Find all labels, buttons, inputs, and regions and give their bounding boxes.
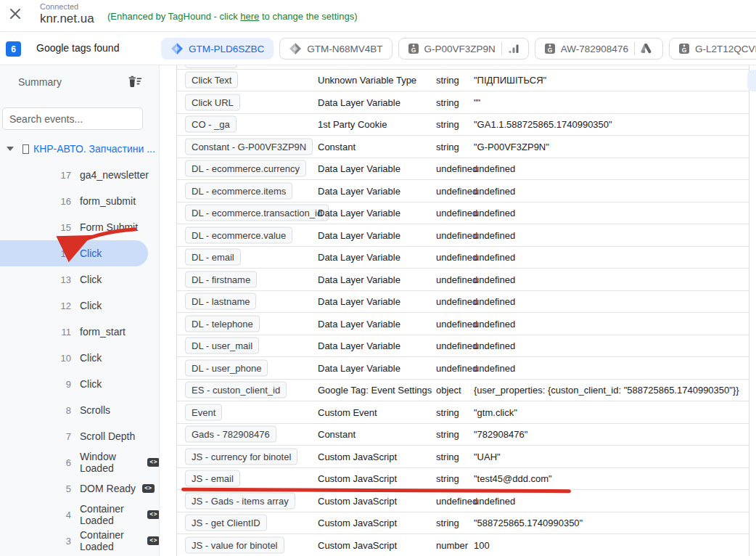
- code-icon: <>: [147, 510, 160, 519]
- variable-type: Custom JavaScript: [318, 473, 397, 484]
- table-row-dl-ecommerce-transaction-id[interactable]: DL - ecommerce.transaction_id Data Layer…: [177, 203, 749, 225]
- variable-type: Custom JavaScript: [318, 495, 397, 506]
- table-row-dl-user-mail[interactable]: DL - user_mail Data Layer Variable undef…: [177, 335, 749, 358]
- variable-data-type: undefined: [436, 340, 477, 351]
- event-number: 16: [0, 196, 71, 207]
- tag-chip-GTM-PLD6SZBC[interactable]: G GTM-PLD6SZBC: [161, 38, 274, 60]
- variable-value: "gtm.click": [474, 406, 517, 417]
- table-row-dl-ecommerce-value[interactable]: DL - ecommerce.value Data Layer Variable…: [177, 224, 749, 247]
- variable-name-chip[interactable]: DL - firstname: [185, 271, 257, 287]
- variable-value: undefined: [474, 185, 515, 196]
- event-number: 8: [0, 405, 71, 416]
- chevron-down-icon[interactable]: [7, 147, 14, 151]
- close-icon[interactable]: [8, 7, 22, 21]
- variables-table: Click Text Unknown Variable Type string …: [176, 65, 749, 556]
- table-row-js-email[interactable]: JS - email Custom JavaScript string "tes…: [177, 468, 749, 491]
- sidebar-event-4[interactable]: 4 Container Loaded <>: [0, 502, 160, 528]
- partial-tag-chip[interactable]: [747, 70, 756, 91]
- sidebar-event-11[interactable]: 11 form_start: [0, 319, 160, 345]
- table-row-dl-lastname[interactable]: DL - lastname Data Layer Variable undefi…: [177, 291, 749, 314]
- table-row-js-get-clientid[interactable]: JS - get ClientID Custom JavaScript stri…: [177, 512, 749, 535]
- sidebar-event-3[interactable]: 3 Container Loaded <>: [0, 528, 160, 554]
- variable-name-chip[interactable]: JS - value for binotel: [185, 536, 284, 553]
- variable-name-chip[interactable]: JS - email: [185, 470, 240, 487]
- variable-name-chip[interactable]: Constant - G-P00VF3ZP9N: [185, 138, 313, 155]
- variable-name-chip[interactable]: DL - email: [185, 249, 241, 266]
- sidebar-event-13[interactable]: 13 Click: [0, 266, 160, 293]
- connected-domain: knr.net.ua: [40, 12, 94, 26]
- variable-name-chip[interactable]: CO - _ga: [185, 116, 237, 133]
- event-number: 9: [0, 379, 71, 390]
- variable-name-chip[interactable]: JS - currency for binotel: [185, 448, 297, 465]
- tag-chip-AW-782908476[interactable]: G AW-782908476: [535, 38, 663, 60]
- event-number: 5: [0, 483, 71, 494]
- container-tree-item[interactable]: КНР-АВТО. Запчастини ...: [0, 138, 160, 160]
- event-label: ga4_newsletter: [80, 169, 149, 181]
- sidebar-event-10[interactable]: 10 Click: [0, 345, 160, 371]
- variable-type: Data Layer Variable: [318, 296, 400, 307]
- sidebar-event-16[interactable]: 16 form_submit: [0, 188, 160, 214]
- variable-name-chip[interactable]: JS - get ClientID: [185, 515, 267, 531]
- table-row-dl-telephone[interactable]: DL - telephone Data Layer Variable undef…: [177, 313, 749, 335]
- variable-name-chip[interactable]: JS - Gads - items array: [185, 492, 295, 509]
- variable-name-chip[interactable]: DL - user_phone: [185, 359, 268, 376]
- variable-name-chip[interactable]: Event: [185, 404, 222, 420]
- sidebar-event-7[interactable]: 7 Scroll Depth: [0, 423, 160, 449]
- clear-events-icon[interactable]: [127, 75, 141, 91]
- event-label: Window Loaded: [80, 451, 141, 474]
- search-events-input[interactable]: [2, 107, 143, 130]
- sidebar-event-14[interactable]: 14 Click: [0, 240, 148, 266]
- variable-name-chip[interactable]: DL - user_mail: [185, 338, 259, 354]
- sidebar-event-12[interactable]: 12 Click: [0, 293, 160, 319]
- event-number: 17: [0, 170, 71, 181]
- container-title: КНР-АВТО. Запчастини ...: [33, 143, 155, 155]
- sidebar-event-9[interactable]: 9 Click: [0, 371, 160, 397]
- table-row-dl-ecommerce-items[interactable]: DL - ecommerce.items Data Layer Variable…: [177, 180, 749, 203]
- summary-row: Summary: [0, 65, 159, 97]
- variable-name-chip[interactable]: Gads - 782908476: [185, 426, 276, 443]
- table-row-click-url[interactable]: Click URL Data Layer Variable string "": [177, 91, 749, 114]
- variable-type: 1st Party Cookie: [318, 119, 387, 130]
- variable-name-chip[interactable]: Click Text: [185, 72, 238, 89]
- variable-name-chip[interactable]: ES - custon_client_id: [185, 382, 287, 398]
- variable-name-chip[interactable]: DL - ecommerce.value: [185, 226, 292, 243]
- table-row-co-ga[interactable]: CO - _ga 1st Party Cookie string "GA1.1.…: [177, 114, 749, 136]
- variable-name-chip[interactable]: DL - telephone: [185, 315, 260, 332]
- variable-name-chip[interactable]: DL - ecommerce.items: [185, 182, 292, 199]
- tag-chip-G-L2T12QCVPK[interactable]: G G-L2T12QCVPK: [669, 38, 756, 60]
- table-row-js-value-for-binotel[interactable]: JS - value for binotel Custom JavaScript…: [177, 534, 749, 556]
- variable-value: undefined: [474, 229, 515, 240]
- event-number: 3: [0, 536, 71, 547]
- sidebar-event-8[interactable]: 8 Scrolls: [0, 397, 160, 423]
- table-row-click-text[interactable]: Click Text Unknown Variable Type string …: [177, 70, 749, 92]
- variable-name-chip[interactable]: DL - ecommerce.currency: [185, 160, 306, 177]
- table-row-gads-782908476[interactable]: Gads - 782908476 Constant string "782908…: [177, 424, 749, 446]
- sidebar-event-15[interactable]: 15 Form Submit: [0, 214, 160, 240]
- sidebar-event-6[interactable]: 6 Window Loaded <>: [0, 449, 160, 475]
- table-row-js-currency-for-binotel[interactable]: JS - currency for binotel Custom JavaScr…: [177, 446, 749, 468]
- variable-data-type: undefined: [436, 274, 477, 285]
- sidebar-event-5[interactable]: 5 DOM Ready <>: [0, 475, 160, 502]
- event-number: 10: [0, 353, 71, 364]
- table-row-event[interactable]: Event Custom Event string "gtm.click": [177, 401, 749, 424]
- variable-data-type: string: [436, 75, 459, 86]
- variable-name-chip[interactable]: Click URL: [185, 94, 240, 110]
- code-icon: <>: [142, 484, 155, 493]
- variable-name-chip[interactable]: DL - ecommerce.transaction_id: [185, 205, 329, 221]
- table-row-constant-g-p00vf3zp9n[interactable]: Constant - G-P00VF3ZP9N Constant string …: [177, 136, 749, 158]
- table-row-dl-ecommerce-currency[interactable]: DL - ecommerce.currency Data Layer Varia…: [177, 158, 749, 181]
- taghound-settings-link[interactable]: here: [240, 11, 259, 22]
- sidebar-event-17[interactable]: 17 ga4_newsletter: [0, 162, 160, 188]
- table-row-js-gads-items-array[interactable]: JS - Gads - items array Custom JavaScrip…: [177, 490, 749, 512]
- table-row-es-custon-client-id[interactable]: ES - custon_client_id Google Tag: Event …: [177, 380, 749, 402]
- variable-value: undefined: [474, 252, 515, 263]
- table-row-dl-user-phone[interactable]: DL - user_phone Data Layer Variable unde…: [177, 357, 749, 380]
- tag-chip-G-P00VF3ZP9N[interactable]: G G-P00VF3ZP9N: [398, 38, 529, 60]
- variable-name-chip[interactable]: DL - lastname: [185, 293, 256, 310]
- variable-data-type: string: [436, 518, 459, 528]
- variable-data-type: object: [436, 385, 461, 396]
- tag-chip-GTM-N68MV4BT[interactable]: G GTM-N68MV4BT: [279, 38, 392, 60]
- summary-label[interactable]: Summary: [18, 76, 62, 88]
- table-row-dl-email[interactable]: DL - email Data Layer Variable undefined…: [177, 247, 749, 269]
- table-row-dl-firstname[interactable]: DL - firstname Data Layer Variable undef…: [177, 269, 749, 291]
